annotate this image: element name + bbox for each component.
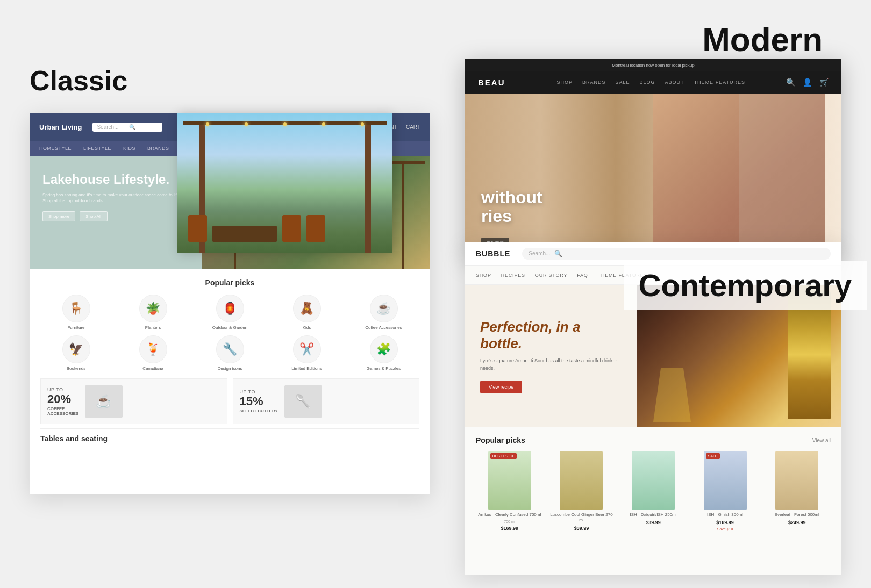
nav-about[interactable]: ABOUT [665, 80, 684, 85]
outdoor-scene-overlay [177, 113, 392, 253]
outdoor-chair [188, 215, 207, 242]
best-price-badge: BEST PRICE [490, 453, 517, 459]
bookends-label: Bookends [67, 366, 86, 371]
design-icon: 🔧 [216, 335, 244, 363]
bottle-image [788, 290, 831, 419]
product-item[interactable]: Everleaf - Forest 500ml $249.99 [763, 451, 831, 531]
classic-product-grid: 🪑 Furniture 🪴 Planters 🏮 Outdoor & Garde… [40, 295, 419, 371]
product-item[interactable]: BEST PRICE Amkus - Clearly Confused 750m… [476, 451, 544, 531]
modern-topbar: Montreal location now open for local pic… [465, 59, 841, 71]
nav-brands[interactable]: BRANDS [147, 146, 169, 151]
tables-seating-title: Tables and seating [40, 428, 419, 446]
search-placeholder: Search... [97, 124, 118, 130]
light-bulb [283, 122, 287, 126]
list-item[interactable]: 🪑 Furniture [40, 295, 112, 330]
shop-more-button[interactable]: Shop more [42, 211, 75, 221]
modern-hero: withoutries makeup [465, 94, 841, 258]
contemporary-search[interactable]: Search... 🔍 [522, 248, 831, 260]
classic-hero-left: Lakehouse Lifestyle. Spring has sprung a… [30, 156, 202, 269]
product-price-2: $39.99 [574, 526, 589, 531]
cart-link[interactable]: CART [406, 124, 420, 130]
popular-picks-title: Popular picks [476, 436, 525, 444]
search-icon: 🔍 [129, 124, 135, 130]
list-item[interactable]: 🪴 Planters [117, 295, 189, 330]
outdoor-garden-icon: 🏮 [216, 295, 244, 322]
product-image-1: BEST PRICE [488, 451, 531, 510]
nav-lifestyle[interactable]: LIFESTYLE [83, 146, 111, 151]
classic-body: Popular picks 🪑 Furniture 🪴 Planters 🏮 O… [30, 269, 430, 456]
contemporary-hero-tagline: Perfection, in a bottle. [480, 319, 622, 352]
shop-all-button[interactable]: Shop All [80, 211, 107, 221]
light-bulb [206, 122, 209, 126]
classic-search-input[interactable]: Search... 🔍 [92, 123, 162, 132]
view-all-link[interactable]: View all [812, 438, 831, 443]
modern-nav: SHOP BRANDS SALE BLOG ABOUT THEME FEATUR… [516, 80, 786, 85]
list-item[interactable]: 🧸 Kids [271, 295, 342, 330]
classic-logo: Urban Living [39, 123, 82, 131]
nav-kids[interactable]: KIDS [123, 146, 135, 151]
search-icon: 🔍 [554, 250, 562, 257]
nav-our-story[interactable]: OUR STORY [535, 273, 567, 278]
account-icon[interactable]: 👤 [803, 78, 812, 87]
contemporary-logo: BUBBLE [476, 249, 510, 258]
promo-percentage-coffee: 20% [47, 392, 78, 406]
product-image-3 [632, 451, 675, 510]
product-name-1: Amkus - Clearly Confused 750ml [478, 512, 541, 518]
list-item[interactable]: 🦅 Bookends [40, 335, 112, 371]
list-item[interactable]: 🏮 Outdoor & Garden [194, 295, 266, 330]
sale-badge: SALE [706, 453, 720, 459]
mirror-overlay [739, 94, 825, 258]
search-icon[interactable]: 🔍 [786, 78, 795, 87]
list-item[interactable]: ✂️ Limited Editions [271, 335, 342, 371]
promo-card-cutlery[interactable]: UP TO 15% SELECT CUTLERY 🥄 [233, 378, 420, 424]
bookends-icon: 🦅 [62, 335, 90, 363]
furniture-label: Furniture [67, 325, 84, 330]
classic-promo-row: UP TO 20% COFFEEACCESSORIES ☕ UP TO 15% … [40, 378, 419, 424]
list-item[interactable]: 🍹 Canadiana [117, 335, 189, 371]
classic-hero-title: Lakehouse Lifestyle. [42, 172, 189, 188]
product-price-5: $249.99 [788, 520, 806, 525]
product-item[interactable]: SALE ISH - Ginish 350ml $169.99 Save $10 [691, 451, 759, 531]
nav-brands[interactable]: BRANDS [582, 80, 606, 85]
nav-shop[interactable]: SHOP [557, 80, 573, 85]
product-vol-1: 750 ml [504, 520, 515, 524]
modern-hero-model-image [653, 94, 825, 258]
coffee-promo-image: ☕ [85, 385, 123, 418]
light-bulb [245, 122, 248, 126]
search-placeholder-text: Search... [529, 250, 550, 256]
classic-label: Classic [30, 64, 127, 97]
popular-picks-header: Popular picks View all [476, 436, 831, 444]
modern-header: BEAU SHOP BRANDS SALE BLOG ABOUT THEME F… [465, 71, 841, 94]
canadiana-icon: 🍹 [139, 335, 167, 363]
promo-card-coffee[interactable]: UP TO 20% COFFEEACCESSORIES ☕ [40, 378, 227, 424]
cart-icon[interactable]: 🛒 [819, 78, 829, 87]
light-bulb [322, 122, 325, 126]
list-item[interactable]: 🧩 Games & Puzzles [348, 335, 419, 371]
classic-hero-buttons: Shop more Shop All [42, 211, 189, 221]
product-item[interactable]: Luscombe Cool Ginger Beer 270 ml $39.99 [548, 451, 616, 531]
limited-editions-label: Limited Editions [291, 366, 322, 371]
list-item[interactable]: 🔧 Design icons [194, 335, 266, 371]
nav-homestyle[interactable]: HOMESTYLE [39, 146, 72, 151]
outdoor-furniture [188, 199, 382, 242]
product-item[interactable]: ISH - Daiquiri/ISH 250ml $39.99 [619, 451, 687, 531]
modern-hero-text: withoutries [481, 188, 669, 226]
outdoor-lights [188, 113, 382, 126]
product-name-5: Everleaf - Forest 500ml [775, 512, 819, 518]
product-name-3: ISH - Daiquiri/ISH 250ml [630, 512, 676, 518]
coffee-label: Coffee Accessories [365, 325, 402, 330]
outdoor-background [177, 113, 392, 253]
games-label: Games & Puzzles [367, 366, 401, 371]
contemporary-label: Contemporary [624, 261, 867, 310]
limited-editions-icon: ✂️ [293, 335, 321, 363]
nav-theme-features[interactable]: THEME FEATURES [694, 80, 745, 85]
nav-shop[interactable]: SHOP [476, 273, 491, 278]
list-item[interactable]: ☕ Coffee Accessories [348, 295, 419, 330]
product-price-1: $169.99 [501, 526, 519, 531]
product-name-2: Luscombe Cool Ginger Beer 270 ml [548, 512, 616, 524]
nav-recipes[interactable]: RECIPES [501, 273, 525, 278]
nav-faq[interactable]: FAQ [577, 273, 588, 278]
view-recipe-button[interactable]: View recipe [480, 381, 522, 393]
nav-blog[interactable]: BLOG [640, 80, 655, 85]
nav-sale[interactable]: SALE [616, 80, 630, 85]
